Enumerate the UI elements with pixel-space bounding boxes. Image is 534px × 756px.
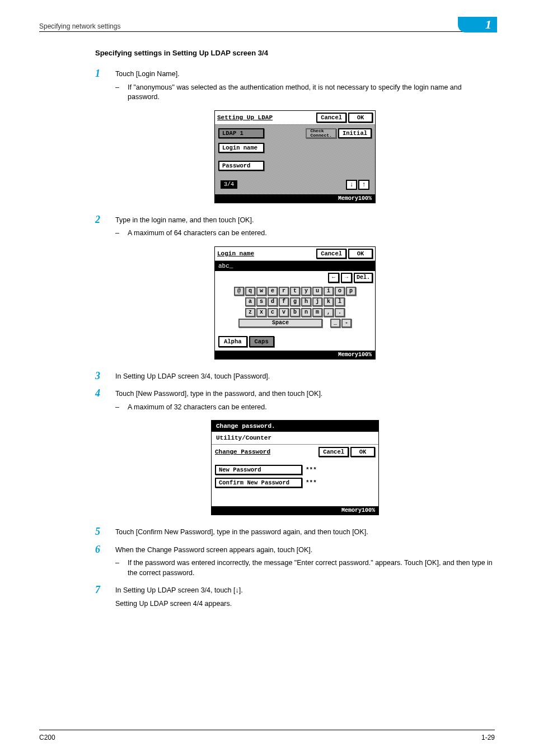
login-name-button[interactable]: Login name [218,143,264,153]
memory-indicator: Memory100% [215,351,375,359]
section-title: Specifying settings in Setting Up LDAP s… [95,49,495,57]
footer-left: C200 [39,734,55,741]
step-sub: A maximum of 32 characters can be entere… [128,403,495,413]
key-s[interactable]: s [256,297,266,306]
key-u[interactable]: u [312,287,322,296]
content-area: Specifying settings in Setting Up LDAP s… [95,49,495,612]
keyboard: @qwertyuiop asdfghjkl zxcvbnm,. Space _ … [215,284,375,334]
step-5: 5 Touch [Confirm New Password], type in … [95,526,495,541]
step-text: Type in the login name, and then touch [… [115,216,495,226]
cursor-left-button[interactable]: ← [328,273,339,283]
breadcrumb: Specifying network settings [39,22,120,30]
key-a[interactable]: a [245,297,255,306]
cancel-button[interactable]: Cancel [316,249,346,259]
step-sub: If "anonymous" was selected as the authe… [128,83,495,102]
step-4: 4 Touch [New Password], type in the pass… [95,388,495,416]
confirm-password-value: *** [306,479,317,486]
key-l[interactable]: l [335,297,345,306]
key-g[interactable]: g [290,297,300,306]
sc3-title: Change Password [215,449,270,455]
ldap-label: LDAP 1 [218,128,264,138]
step-number: 1 [95,68,115,106]
key-y[interactable]: y [301,287,311,296]
dash-key[interactable]: - [341,319,352,328]
step-sub: A maximum of 64 characters can be entere… [128,228,495,239]
key-o[interactable]: o [335,287,345,296]
delete-button[interactable]: Del. [354,273,373,283]
space-key[interactable]: Space [238,319,322,328]
page-down-button[interactable]: ↓ [346,180,357,190]
key-t[interactable]: t [290,287,300,296]
bullet-dash: – [115,83,128,102]
key-j[interactable]: j [312,297,322,306]
key-w[interactable]: w [256,287,266,296]
ok-button[interactable]: OK [350,447,375,457]
ok-button[interactable]: OK [348,249,373,259]
step-text: When the Change Password screen appears … [115,545,495,556]
password-button[interactable]: Password [218,161,264,171]
key-.[interactable]: . [335,308,345,317]
cursor-right-button[interactable]: → [341,273,352,283]
key-c[interactable]: c [268,308,278,317]
ldap-setup-screenshot: Setting Up LDAP Cancel OK LDAP 1 Check C… [214,110,376,203]
key-h[interactable]: h [301,297,311,306]
step-text: In Setting Up LDAP screen 3/4, touch [Pa… [115,372,495,382]
page-up-button[interactable]: ↑ [358,180,369,190]
key-k[interactable]: k [324,297,334,306]
new-password-button[interactable]: New Password [215,465,302,475]
check-connect-button[interactable]: Check Connect. [306,128,336,138]
cancel-button[interactable]: Cancel [316,113,346,123]
key-m[interactable]: m [312,308,322,317]
key-q[interactable]: q [245,287,255,296]
step-text: Touch [Login Name]. [115,69,495,80]
key-b[interactable]: b [290,308,300,317]
page-footer: C200 1-29 [39,730,495,741]
cancel-button[interactable]: Cancel [318,447,349,457]
step-number: 6 [95,544,115,582]
caps-mode-button[interactable]: Caps [249,336,274,347]
step-result: Setting Up LDAP screen 4/4 appears. [115,599,495,609]
chapter-number: 1 [485,17,491,32]
ok-button[interactable]: OK [348,113,373,123]
sc2-title: Login name [217,250,254,257]
key-z[interactable]: z [245,308,255,317]
chapter-tab: 1 [458,17,497,32]
sc1-title: Setting Up LDAP [217,114,273,121]
step-sub: If the password was entered incorrectly,… [128,558,495,578]
footer-right: 1-29 [481,734,495,741]
key-x[interactable]: x [256,308,266,317]
pager-label: 3/4 [221,180,237,189]
step-7: 7 In Setting Up LDAP screen 3/4, touch [… [95,585,495,612]
key-e[interactable]: e [268,287,278,296]
key-n[interactable]: n [301,308,311,317]
key-@[interactable]: @ [234,287,244,296]
step-number: 2 [95,214,115,242]
bullet-dash: – [115,403,128,413]
text-input[interactable]: abc_ [215,261,375,271]
confirm-password-button[interactable]: Confirm New Password [215,478,302,488]
step-number: 3 [95,371,115,385]
key-i[interactable]: i [324,287,334,296]
key-,[interactable]: , [324,308,334,317]
step-3: 3 In Setting Up LDAP screen 3/4, touch [… [95,371,495,385]
alpha-mode-button[interactable]: Alpha [218,336,247,347]
sc3-header: Change password. [212,421,378,432]
underscore-key[interactable]: _ [330,319,340,328]
key-d[interactable]: d [268,297,278,306]
bullet-dash: – [115,228,128,239]
step-text: Touch [New Password], type in the passwo… [115,389,495,399]
step-text: Touch [Confirm New Password], type in th… [115,528,495,538]
change-password-screenshot: Change password. Utility/Counter Change … [211,420,379,515]
step-number: 5 [95,526,115,541]
initial-button[interactable]: Initial [338,128,372,138]
memory-indicator: Memory100% [215,194,375,203]
bullet-dash: – [115,558,128,578]
key-f[interactable]: f [279,297,289,306]
step-2: 2 Type in the login name, and then touch… [95,214,495,242]
key-r[interactable]: r [279,287,289,296]
login-name-keyboard-screenshot: Login name Cancel OK abc_ ← → Del. @qwer… [214,246,376,360]
step-number: 7 [95,585,115,612]
step-1: 1 Touch [Login Name]. – If "anonymous" w… [95,68,495,106]
key-v[interactable]: v [279,308,289,317]
key-p[interactable]: p [346,287,356,296]
